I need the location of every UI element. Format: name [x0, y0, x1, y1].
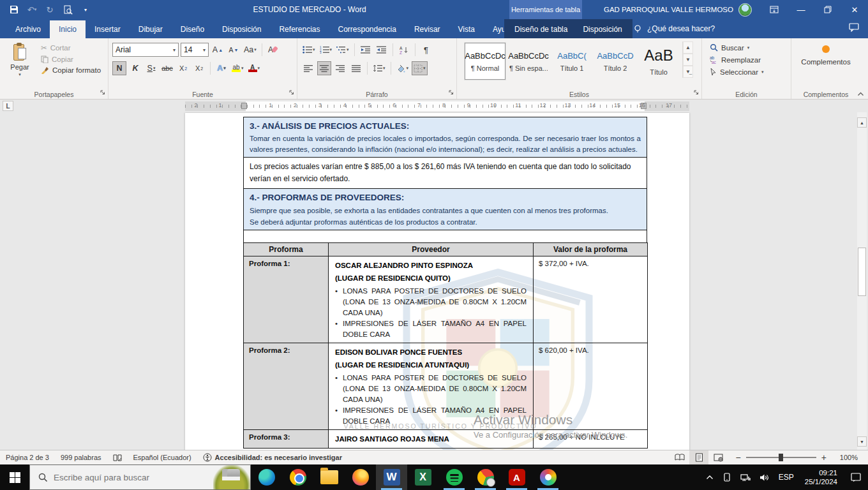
provider-cell[interactable]: JAIRO SANTIAGO ROJAS MENA [329, 430, 534, 449]
proforma-label[interactable]: Proforma 2: [244, 343, 329, 430]
print-preview-icon[interactable] [60, 3, 75, 17]
text-effects-button[interactable]: A▾ [214, 61, 228, 75]
scroll-down-icon[interactable]: ▼ [857, 436, 867, 447]
col-valor[interactable]: Valor de la proforma [534, 243, 648, 256]
shrink-font-button[interactable]: A▼ [227, 43, 241, 57]
value-cell[interactable]: $ 620,00 + IVA. [534, 343, 648, 430]
proforma-label[interactable]: Proforma 1: [244, 256, 329, 343]
strikethrough-button[interactable]: abc [160, 61, 174, 75]
tab-archivo[interactable]: Archivo [6, 20, 50, 38]
search-highlight-image[interactable] [213, 465, 250, 489]
col-proforma[interactable]: Proforma [244, 243, 329, 256]
shading-button[interactable]: ▾ [395, 61, 410, 75]
feedback-icon[interactable] [849, 23, 859, 34]
underline-button[interactable]: S▾ [144, 61, 158, 75]
paragraph-dialog-launcher-icon[interactable] [449, 88, 454, 97]
section-4-line2[interactable]: Se deberá adjuntar proformas auténticas … [250, 216, 641, 228]
grow-font-button[interactable]: A▲ [211, 43, 225, 57]
tab-disposición[interactable]: Disposición [213, 20, 270, 38]
tray-language[interactable]: ESP [774, 464, 798, 490]
tab-revisar[interactable]: Revisar [405, 20, 449, 38]
style-título-1[interactable]: AaBbC(Título 1 [551, 43, 592, 80]
paste-button[interactable]: Pegar▾ [4, 41, 36, 77]
style-título-2[interactable]: AaBbCcDTítulo 2 [595, 43, 636, 80]
indent-marker-left[interactable] [241, 103, 247, 109]
web-layout-button[interactable] [708, 450, 728, 464]
word-count[interactable]: 999 palabras [55, 454, 107, 461]
addins-button[interactable]: Complementos [795, 41, 857, 66]
provider-cell[interactable]: OSCAR ALEJANDRO PINTO ESPINOZA(LUGAR DE … [329, 256, 534, 343]
zoom-slider-thumb[interactable] [779, 454, 783, 461]
taskbar-icon-paint[interactable] [532, 464, 564, 490]
tab-insertar[interactable]: Insertar [86, 20, 130, 38]
tray-chevron-icon[interactable] [701, 464, 718, 490]
styles-scroll-up-icon[interactable]: ▲ [683, 41, 693, 54]
increase-indent-button[interactable] [375, 43, 389, 57]
style-título[interactable]: AaBTítulo [638, 43, 679, 80]
tab-referencias[interactable]: Referencias [270, 20, 329, 38]
find-button[interactable]: Buscar▾ [710, 43, 764, 52]
page-indicator[interactable]: Página 2 de 3 [0, 454, 55, 461]
tab-correspondencia[interactable]: Correspondencia [329, 20, 405, 38]
tray-clock[interactable]: 09:21 25/1/2024 [798, 468, 844, 486]
contextual-tab-diseño-de-tabla[interactable]: Diseño de tabla [507, 20, 575, 38]
tab-dibujar[interactable]: Dibujar [130, 20, 172, 38]
section-3[interactable]: 3.- ANÁLISIS DE PRECIOS ACTUALES: Tomar … [243, 117, 647, 158]
zoom-level[interactable]: 100% [834, 454, 868, 461]
multilevel-list-button[interactable]: ▾ [335, 43, 350, 57]
highlight-button[interactable]: ab▾ [230, 61, 245, 75]
bullets-button[interactable]: ▾ [301, 43, 317, 57]
show-marks-button[interactable]: ¶ [419, 43, 433, 57]
section-4-line1[interactable]: Siempre que sea posible, se exhorta a la… [250, 205, 641, 216]
font-color-button[interactable]: A▾ [247, 61, 262, 75]
font-size-select[interactable]: 14▾ [181, 43, 209, 57]
styles-scroll-down-icon[interactable]: ▼ [683, 54, 693, 66]
ruler[interactable]: 21123456789101112131415161718 [185, 101, 689, 111]
zoom-slider[interactable] [746, 457, 816, 458]
align-center-button[interactable] [317, 61, 331, 75]
language-indicator[interactable]: Español (Ecuador) [128, 454, 197, 461]
font-family-select[interactable]: Arial▾ [112, 43, 179, 57]
proformas-table[interactable]: Proforma Proveedor Valor de la proforma … [243, 242, 648, 449]
superscript-button[interactable]: X2 [192, 61, 206, 75]
section-3-heading[interactable]: 3.- ANÁLISIS DE PRECIOS ACTUALES: [250, 119, 641, 133]
proofing-icon[interactable] [107, 454, 128, 462]
numbering-button[interactable]: 123▾ [318, 43, 334, 57]
section-3-note[interactable]: Los precios actuales varían entre $ 885,… [243, 157, 647, 189]
format-painter-button[interactable]: Copiar formato [41, 66, 101, 74]
section-4-heading[interactable]: 4.- PROFORMAS DE PROVEEDORES: [250, 191, 641, 205]
tray-volume-icon[interactable] [755, 464, 774, 490]
font-dialog-launcher-icon[interactable] [289, 88, 294, 97]
tray-tablet-icon[interactable] [718, 464, 736, 490]
select-button[interactable]: Seleccionar▾ [710, 68, 764, 76]
zoom-out-button[interactable]: − [735, 452, 740, 463]
tab-vista[interactable]: Vista [449, 20, 484, 38]
restore-button[interactable] [814, 0, 841, 19]
taskbar-search[interactable] [29, 464, 251, 490]
align-left-button[interactable] [301, 61, 315, 75]
italic-button[interactable]: K [128, 61, 142, 75]
taskbar-icon-word[interactable]: W [376, 464, 407, 490]
borders-button[interactable]: ▾ [412, 61, 428, 75]
zoom-in-button[interactable]: + [821, 452, 827, 463]
ribbon-display-options-icon[interactable] [761, 0, 788, 19]
clipboard-dialog-launcher-icon[interactable] [100, 88, 105, 97]
scroll-up-icon[interactable]: ▲ [857, 117, 867, 128]
tab-selector[interactable]: L [3, 101, 13, 111]
styles-more-icon[interactable]: ▼̲ [683, 66, 693, 78]
subscript-button[interactable]: X2 [176, 61, 190, 75]
taskbar-icon-chrome-profile[interactable] [470, 464, 501, 490]
account-name[interactable]: GAD PARROQUIAL VALLE HERMOSO [604, 6, 733, 13]
notification-center-icon[interactable] [844, 464, 868, 490]
minimize-button[interactable]: — [788, 0, 814, 19]
customize-qat-icon[interactable]: ▾ [78, 3, 93, 17]
collapse-ribbon-icon[interactable] [857, 90, 864, 98]
section-3-body[interactable]: Tomar en cuenta la variación de precios … [250, 133, 641, 155]
copy-button[interactable]: Copiar [41, 56, 101, 63]
clear-formatting-button[interactable]: A [266, 43, 280, 57]
replace-button[interactable]: abacReemplazar [710, 56, 764, 64]
justify-button[interactable] [349, 61, 363, 75]
styles-dialog-launcher-icon[interactable] [694, 88, 699, 97]
change-case-button[interactable]: Aa▾ [243, 43, 258, 57]
value-cell[interactable]: $ 265,00 + NO INLCLUYE [534, 430, 648, 449]
